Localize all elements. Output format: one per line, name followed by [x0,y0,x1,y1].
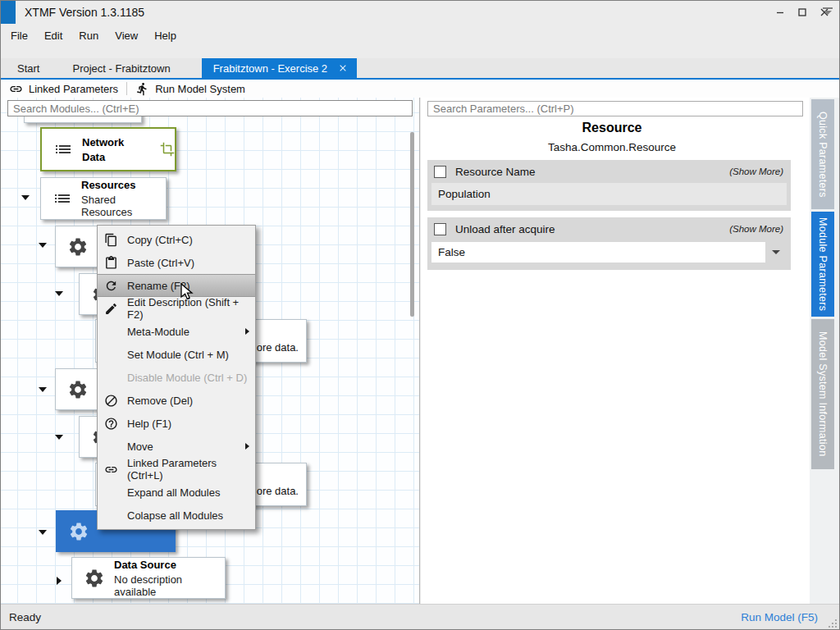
side-tab-model-system-information[interactable]: Model System Information [811,319,834,469]
crop-icon[interactable] [160,142,175,157]
tab-strip-options-icon[interactable] [823,7,833,15]
search-modules-input[interactable] [7,100,413,116]
link-icon [104,463,118,477]
module-title: Network Data [82,136,124,163]
module-description: Shared Resources [81,194,166,218]
module-type-subtitle: Tasha.Common.Resource [421,141,803,153]
icon-spacer [104,325,118,339]
context-menu-item-meta-module[interactable]: Meta-Module [98,320,255,343]
toolbar: Linked Parameters Run Model System [1,80,839,98]
icon-spacer [104,486,118,500]
remove-icon [104,394,118,408]
app-window: XTMF Version 1.3.1185 File Edit Run View… [0,0,840,630]
maximize-button[interactable] [797,7,807,17]
context-menu-item-colapse-all[interactable]: Colapse all Modules [98,504,255,527]
context-menu-item-disable-module: Disable Module (Ctrl + D) [98,366,255,389]
module-box-data-source[interactable]: Data Source No description available [71,557,226,599]
rename-icon [104,279,118,293]
context-menu-item-edit-description[interactable]: Edit Description (Shift + F2) [98,297,255,320]
expander[interactable] [55,435,63,440]
parameter-panel: Resource Tasha.Common.Resource Resource … [421,98,810,604]
parameter-value-dropdown[interactable]: False [431,242,765,262]
link-icon [9,82,23,96]
menu-run[interactable]: Run [71,26,107,45]
copy-icon [104,233,118,247]
menu-edit[interactable]: Edit [36,26,71,45]
expander-collapsed[interactable] [57,577,62,585]
pencil-icon [104,302,118,316]
parameter-name: Resource Name [455,166,536,178]
tab-close-icon[interactable] [339,64,347,72]
mouse-cursor [180,283,194,301]
list-icon [52,189,72,208]
module-description: No description available [114,573,225,598]
submenu-arrow-icon [245,443,249,450]
help-icon [104,417,118,431]
expander-resources[interactable] [21,195,30,200]
module-canvas-scrollbar[interactable] [410,132,414,317]
gear-icon [67,379,89,400]
quick-parameter-checkbox[interactable] [434,223,446,235]
parameter-group-unload-after-acquire: Unload after acquire (Show More) False [427,217,791,270]
expander[interactable] [39,530,47,535]
menu-bar: File Edit Run View Help [1,24,839,47]
expander[interactable] [39,243,47,248]
icon-spacer [104,348,118,362]
parameter-value-field[interactable]: Population [431,183,787,205]
context-menu-item-expand-all[interactable]: Expand all Modules [98,481,255,504]
gear-icon [68,521,89,542]
tab-strip: Start Project - Frabitztown Frabitztown … [1,58,839,78]
search-parameters-input[interactable] [427,101,803,116]
side-tab-rail: Quick Parameters Module Parameters Model… [810,98,840,604]
paste-icon [104,256,118,270]
quick-parameter-checkbox[interactable] [434,166,446,178]
window-title: XTMF Version 1.3.1185 [25,6,144,19]
module-title: Resources [81,179,166,191]
menu-help[interactable]: Help [146,26,185,45]
linked-parameters-button[interactable]: Linked Parameters [1,80,126,98]
minimize-button[interactable] [775,7,785,17]
module-box-network-data[interactable]: Network Data [40,127,176,171]
parameter-header: Unload after acquire (Show More) [427,217,791,240]
expander[interactable] [39,387,47,392]
module-title: Data Source [114,559,225,571]
show-more-link[interactable]: (Show More) [729,224,783,234]
side-tab-quick-parameters[interactable]: Quick Parameters [811,99,834,209]
runner-icon [135,82,149,96]
module-box-resources[interactable]: Resources Shared Resources [40,177,167,220]
tab-project-frabitztown[interactable]: Project - Frabitztown [54,58,188,78]
tab-start[interactable]: Start [2,58,54,78]
module-description-fragment: ore data. [257,341,299,354]
context-menu-item-set-module[interactable]: Set Module (Ctrl + M) [98,343,255,366]
context-menu-item-linked-parameters[interactable]: Linked Parameters (Ctrl+L) [98,458,255,481]
tab-frabitztown-exercise-2[interactable]: Frabitztown - Exercise 2 [202,58,357,78]
linked-parameters-label: Linked Parameters [29,83,118,95]
menu-view[interactable]: View [107,26,146,45]
context-menu-item-copy[interactable]: Copy (Ctrl+C) [98,228,255,251]
resize-grip[interactable] [828,619,838,628]
context-menu-item-rename[interactable]: Rename (F2) [98,274,255,297]
gear-icon [67,236,89,258]
module-description-fragment: ore data. [257,485,299,497]
side-tab-module-parameters[interactable]: Module Parameters [811,212,834,317]
gear-icon [84,568,105,589]
menu-file[interactable]: File [2,26,36,45]
icon-spacer [104,371,118,385]
title-bar: XTMF Version 1.3.1185 [1,1,839,24]
run-model-system-button[interactable]: Run Model System [127,80,253,98]
app-icon [1,1,16,24]
show-more-link[interactable]: (Show More) [729,167,783,176]
context-menu-item-help[interactable]: Help (F1) [98,412,255,435]
parameter-group-resource-name: Resource Name (Show More) Population [427,160,791,211]
icon-spacer [104,509,118,523]
run-model-system-label: Run Model System [155,83,245,95]
run-model-link[interactable]: Run Model (F5) [741,611,818,623]
submenu-arrow-icon [245,328,249,335]
context-menu: Copy (Ctrl+C) Paste (Ctrl+V) Rename (F2)… [97,225,256,530]
context-menu-item-paste[interactable]: Paste (Ctrl+V) [98,251,255,274]
parameter-header: Resource Name (Show More) [427,160,791,183]
context-menu-item-move[interactable]: Move [98,435,255,458]
expander[interactable] [55,291,63,296]
dropdown-arrow-icon[interactable] [765,250,787,254]
context-menu-item-remove[interactable]: Remove (Del) [98,389,255,412]
